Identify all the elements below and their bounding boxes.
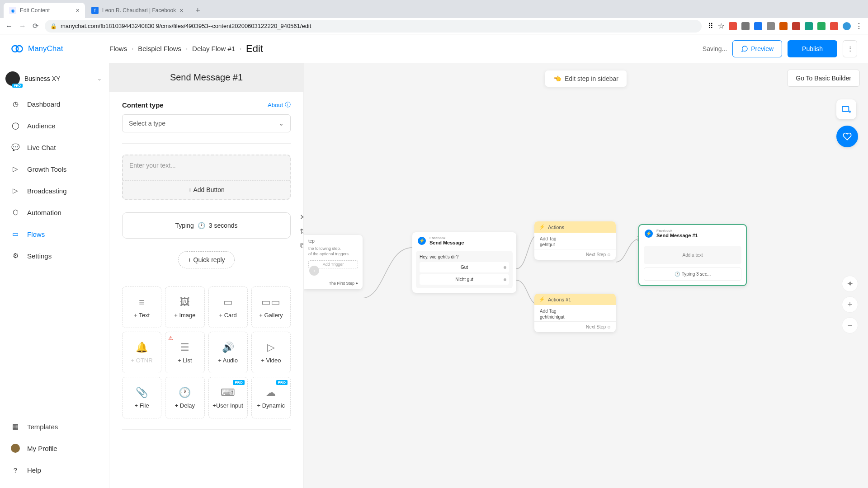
breadcrumb-item[interactable]: Flows xyxy=(109,45,127,52)
extension-icon[interactable] xyxy=(729,22,737,30)
address-bar[interactable]: 🔒 manychat.com/fb181039443240830 9/cms/f… xyxy=(45,20,702,33)
workspace-avatar: PRO xyxy=(5,71,20,86)
extension-icon[interactable] xyxy=(792,22,800,30)
extension-icon[interactable] xyxy=(767,22,775,30)
sidebar-item-templates[interactable]: ▦Templates xyxy=(0,416,109,437)
typing-block[interactable]: Typing 🕐 3 seconds xyxy=(122,212,291,239)
breadcrumb-item[interactable]: Delay Flow #1 xyxy=(192,45,235,52)
extension-icon[interactable] xyxy=(741,22,750,30)
avatar-icon[interactable] xyxy=(843,22,851,30)
workspace-selector[interactable]: PRO Business XY ⌄ xyxy=(0,67,109,93)
forward-button[interactable]: → xyxy=(19,22,26,30)
reload-button[interactable]: ⟳ xyxy=(33,22,38,30)
extension-icon[interactable] xyxy=(830,22,838,30)
magic-button[interactable]: ✦ xyxy=(842,276,858,292)
more-button[interactable]: ⋮ xyxy=(843,40,857,57)
sidebar-item-livechat[interactable]: 💬Live Chat xyxy=(0,136,109,158)
canvas-node-actions[interactable]: ⚡Actions Add Tag gehtgut Next Step xyxy=(534,221,616,260)
sidebar-item-automation[interactable]: ⬡Automation xyxy=(0,202,109,223)
sidebar-item-profile[interactable]: My Profile xyxy=(0,437,109,459)
tile-text[interactable]: ≡+ Text xyxy=(122,286,161,328)
tile-userinput[interactable]: PRO⌨+User Input xyxy=(208,377,248,418)
canvas-node-start[interactable]: tep the following step.of the optional t… xyxy=(304,235,363,289)
video-icon: ▷ xyxy=(267,342,275,353)
typing-indicator: 🕐Typing 3 sec... xyxy=(644,267,741,281)
add-step-button[interactable] xyxy=(836,99,856,119)
extension-icon[interactable] xyxy=(805,22,813,30)
sidebar-item-audience[interactable]: ◯Audience xyxy=(0,115,109,136)
node-title-fragment: tep xyxy=(308,239,358,244)
text-input[interactable]: Enter your text... xyxy=(123,155,290,181)
content-type-select[interactable]: Select a type ⌄ xyxy=(122,114,291,132)
tile-card[interactable]: ▭+ Card xyxy=(208,286,248,328)
translate-icon[interactable]: ⠿ xyxy=(708,22,713,30)
zoom-out-button[interactable]: − xyxy=(842,317,858,333)
next-step[interactable]: Next Step xyxy=(534,321,616,332)
about-text: About xyxy=(268,102,283,108)
move-icon[interactable]: ⇅ xyxy=(298,227,303,236)
zoom-in-button[interactable]: + xyxy=(842,296,858,313)
canvas-node-send-message[interactable]: ⚡ Facebook Send Message Hey, wie geht's … xyxy=(412,232,516,293)
back-button[interactable]: ← xyxy=(5,22,13,30)
duplicate-icon[interactable]: ⧉ xyxy=(298,241,303,250)
sidebar-item-flows[interactable]: ▭Flows xyxy=(0,223,109,245)
node-option-gut[interactable]: Gut xyxy=(420,262,509,272)
tile-delay[interactable]: 🕐+ Delay xyxy=(165,377,204,418)
text-block[interactable]: Enter your text... + Add Button xyxy=(122,155,291,200)
input-icon: ⌨ xyxy=(221,387,235,399)
sidebar-item-broadcasting[interactable]: ▷Broadcasting xyxy=(0,180,109,202)
browser-tab-active[interactable]: ◉ Edit Content × xyxy=(4,3,85,18)
tile-otnr[interactable]: 🔔+ OTNR xyxy=(122,332,161,373)
publish-button[interactable]: Publish xyxy=(788,40,837,57)
sidebar-item-help[interactable]: ?Help xyxy=(0,459,109,481)
logo[interactable]: ManyChat xyxy=(11,42,109,55)
tile-label: + List xyxy=(178,357,192,364)
tile-audio[interactable]: 🔊+ Audio xyxy=(208,332,248,373)
tile-gallery[interactable]: ▭▭+ Gallery xyxy=(251,286,291,328)
sidebar-item-settings[interactable]: ⚙Settings xyxy=(0,245,109,267)
close-icon[interactable]: × xyxy=(179,7,183,14)
add-button[interactable]: + Add Button xyxy=(123,181,290,199)
node-platform: Facebook xyxy=(656,229,698,233)
tile-dynamic[interactable]: PRO☁+ Dynamic xyxy=(251,377,291,418)
extension-icon[interactable] xyxy=(754,22,762,30)
breadcrumb-item[interactable]: Beispiel Flows xyxy=(138,45,181,52)
chevron-left-icon[interactable]: ‹ xyxy=(309,266,319,276)
extension-icon[interactable] xyxy=(817,22,826,30)
star-icon[interactable]: ☆ xyxy=(718,22,724,30)
basic-builder-button[interactable]: Go To Basic Builder xyxy=(787,70,860,87)
canvas-node-send-message-1[interactable]: ⚡ Facebook Send Message #1 Add a text 🕐T… xyxy=(638,224,747,286)
tile-label: + Gallery xyxy=(259,312,283,319)
svg-point-1 xyxy=(16,46,23,52)
delete-icon[interactable]: ✕ xyxy=(298,212,303,221)
menu-icon[interactable]: ⋮ xyxy=(855,22,863,30)
node-option-nichtgut[interactable]: Nicht gut xyxy=(420,274,509,285)
chevron-right-icon: › xyxy=(132,46,133,52)
extension-icon[interactable] xyxy=(779,22,788,30)
quick-reply-button[interactable]: + Quick reply xyxy=(178,251,234,268)
next-step[interactable]: Next Step xyxy=(534,249,616,260)
text-placeholder[interactable]: Add a text xyxy=(644,246,741,264)
sidebar-label: Settings xyxy=(27,252,52,260)
browser-tab[interactable]: f Leon R. Chaudhari | Facebook × xyxy=(86,3,189,18)
heart-button[interactable] xyxy=(836,126,858,147)
new-tab-button[interactable]: + xyxy=(191,4,204,17)
tile-image[interactable]: 🖼+ Image xyxy=(165,286,204,328)
node-title: Actions #1 xyxy=(548,297,571,302)
sidebar-item-dashboard[interactable]: ◷Dashboard xyxy=(0,93,109,115)
bolt-icon: ⚡ xyxy=(539,224,545,230)
tile-list[interactable]: ⚠☰+ List xyxy=(165,332,204,373)
preview-button[interactable]: Preview xyxy=(732,40,782,57)
tile-file[interactable]: 📎+ File xyxy=(122,377,161,418)
about-link[interactable]: About ⓘ xyxy=(268,101,291,109)
close-icon[interactable]: × xyxy=(76,7,80,14)
messenger-icon: ⚡ xyxy=(645,230,653,238)
list-icon: ☰ xyxy=(180,342,189,353)
sidebar-item-growth[interactable]: ▷Growth Tools xyxy=(0,158,109,180)
typing-text: Typing 3 sec... xyxy=(682,272,711,277)
canvas-node-actions-1[interactable]: ⚡Actions #1 Add Tag gehtnichtgut Next St… xyxy=(534,294,616,332)
tile-video[interactable]: ▷+ Video xyxy=(251,332,291,373)
sidebar-label: Flows xyxy=(27,230,45,238)
flow-canvas[interactable]: 👈 Edit step in sidebar Go To Basic Build… xyxy=(304,63,868,488)
tab-favicon: ◉ xyxy=(9,7,16,14)
